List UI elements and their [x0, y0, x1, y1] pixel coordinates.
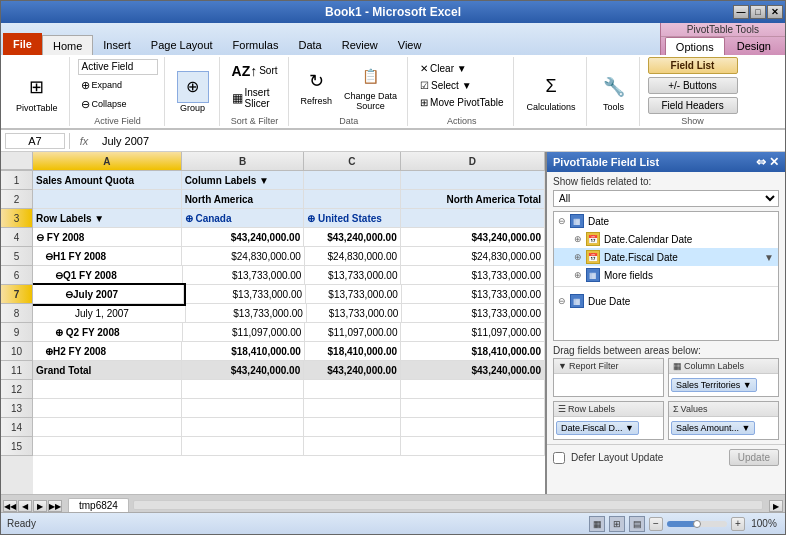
- sheet-nav-first[interactable]: ◀◀: [3, 500, 17, 512]
- sheet-tab-tmp6824[interactable]: tmp6824: [68, 498, 129, 512]
- cell-b5[interactable]: $24,830,000.00: [182, 247, 304, 266]
- cell-a8[interactable]: July 1, 2007: [33, 304, 186, 323]
- cell-d1[interactable]: [401, 171, 545, 190]
- cell-c2[interactable]: [304, 190, 401, 209]
- cell-d10[interactable]: $18,410,000.00: [401, 342, 545, 361]
- view-page-break-btn[interactable]: ▤: [629, 516, 645, 532]
- minimize-btn[interactable]: —: [733, 5, 749, 19]
- cell-b10[interactable]: $18,410,000.00: [182, 342, 304, 361]
- cell-a9[interactable]: ⊕ Q2 FY 2008: [33, 323, 183, 342]
- cell-c9[interactable]: $11,097,000.00: [305, 323, 401, 342]
- group-btn[interactable]: ⊕ Group: [173, 69, 213, 115]
- cell-a5[interactable]: ⊖H1 FY 2008: [33, 247, 182, 266]
- calculations-btn[interactable]: Σ Calculations: [522, 70, 579, 114]
- field-item-date[interactable]: ⊖ ▦ Date: [554, 212, 778, 230]
- cell-b1[interactable]: Column Labels ▼: [182, 171, 305, 190]
- sales-amount-chip[interactable]: Sales Amount... ▼: [671, 421, 755, 435]
- tab-design[interactable]: Design: [727, 37, 781, 55]
- cell-d5[interactable]: $24,830,000.00: [401, 247, 545, 266]
- sheet-nav-last[interactable]: ▶▶: [48, 500, 62, 512]
- tab-view[interactable]: View: [388, 35, 432, 55]
- sort-btn[interactable]: AZ↑ Sort: [228, 60, 282, 82]
- tab-formulas[interactable]: Formulas: [223, 35, 289, 55]
- cell-c5[interactable]: $24,830,000.00: [305, 247, 401, 266]
- tab-insert[interactable]: Insert: [93, 35, 141, 55]
- tab-home[interactable]: Home: [42, 35, 93, 55]
- cell-d9[interactable]: $11,097,000.00: [401, 323, 545, 342]
- tab-options[interactable]: Options: [665, 37, 725, 55]
- cell-a10[interactable]: ⊕H2 FY 2008: [33, 342, 182, 361]
- cell-d11[interactable]: $43,240,000.00: [401, 361, 545, 380]
- sales-territories-chip[interactable]: Sales Territories ▼: [671, 378, 757, 392]
- cell-c11[interactable]: $43,240,000.00: [304, 361, 401, 380]
- cell-d6[interactable]: $13,733,000.00: [401, 266, 545, 285]
- view-layout-btn[interactable]: ⊞: [609, 516, 625, 532]
- cell-a6[interactable]: ⊖Q1 FY 2008: [33, 266, 183, 285]
- cell-b11[interactable]: $43,240,000.00: [182, 361, 305, 380]
- tools-btn[interactable]: 🔧 Tools: [595, 70, 633, 114]
- field-headers-btn[interactable]: Field Headers: [648, 97, 738, 114]
- cell-a2[interactable]: [33, 190, 182, 209]
- field-item-due-date[interactable]: ⊖ ▦ Due Date: [554, 292, 778, 310]
- cell-b9[interactable]: $11,097,000.00: [183, 323, 305, 342]
- sheet-nav-next[interactable]: ▶: [33, 500, 47, 512]
- cell-c1[interactable]: [304, 171, 401, 190]
- sheet-nav-prev[interactable]: ◀: [18, 500, 32, 512]
- cell-c3[interactable]: ⊕ United States: [304, 209, 401, 228]
- view-normal-btn[interactable]: ▦: [589, 516, 605, 532]
- tab-page-layout[interactable]: Page Layout: [141, 35, 223, 55]
- update-btn[interactable]: Update: [729, 449, 779, 466]
- active-field-expand-btn[interactable]: ⊕Expand: [78, 77, 158, 94]
- refresh-btn[interactable]: ↻ Refresh: [297, 64, 337, 108]
- col-header-c[interactable]: C: [304, 152, 400, 170]
- cell-reference-box[interactable]: A7: [5, 133, 65, 149]
- scroll-bar-horizontal[interactable]: [133, 500, 763, 510]
- cell-c6[interactable]: $13,733,000.00: [305, 266, 401, 285]
- pivottable-btn[interactable]: ⊞ PivotTable: [11, 68, 63, 116]
- clear-btn[interactable]: ✕ Clear ▼: [416, 61, 507, 76]
- maximize-btn[interactable]: □: [750, 5, 766, 19]
- tab-review[interactable]: Review: [332, 35, 388, 55]
- cell-a11[interactable]: Grand Total: [33, 361, 182, 380]
- field-item-fiscal-date[interactable]: ⊕ 📅 Date.Fiscal Date ▼: [554, 248, 778, 266]
- scroll-right-btn[interactable]: ▶: [769, 500, 783, 512]
- plus-minus-buttons-btn[interactable]: +/- Buttons: [648, 77, 738, 94]
- move-pivot-btn[interactable]: ⊞ Move PivotTable: [416, 95, 507, 110]
- cell-c8[interactable]: $13,733,000.00: [307, 304, 402, 323]
- cell-d2[interactable]: North America Total: [401, 190, 545, 209]
- show-related-select[interactable]: All: [553, 190, 779, 207]
- cell-b8[interactable]: $13,733,000.00: [186, 304, 307, 323]
- tab-file[interactable]: File: [3, 33, 42, 55]
- field-item-more-fields[interactable]: ⊕ ▦ More fields: [554, 266, 778, 284]
- cell-d4[interactable]: $43,240,000.00: [401, 228, 545, 247]
- active-field-collapse-btn[interactable]: ⊖Collapse: [78, 96, 158, 113]
- cell-b6[interactable]: $13,733,000.00: [183, 266, 305, 285]
- date-fiscal-chip[interactable]: Date.Fiscal D... ▼: [556, 421, 639, 435]
- cell-d8[interactable]: $13,733,000.00: [402, 304, 545, 323]
- cell-a4[interactable]: ⊖ FY 2008: [33, 228, 182, 247]
- field-list-btn[interactable]: Field List: [648, 57, 738, 74]
- zoom-slider[interactable]: [667, 521, 727, 527]
- cell-a3[interactable]: Row Labels ▼: [33, 209, 182, 228]
- cell-b4[interactable]: $43,240,000.00: [182, 228, 305, 247]
- cell-c4[interactable]: $43,240,000.00: [304, 228, 401, 247]
- field-item-calendar-date[interactable]: ⊕ 📅 Date.Calendar Date: [554, 230, 778, 248]
- cell-c7[interactable]: $13,733,000.00: [306, 285, 402, 304]
- zoom-out-btn[interactable]: −: [649, 517, 663, 531]
- active-field-input[interactable]: Active Field: [78, 59, 158, 75]
- cell-a1[interactable]: Sales Amount Quota: [33, 171, 182, 190]
- cell-c10[interactable]: $18,410,000.00: [305, 342, 401, 361]
- formula-input[interactable]: July 2007: [98, 134, 781, 148]
- defer-checkbox[interactable]: [553, 452, 565, 464]
- pivot-panel-resize-icon[interactable]: ⇔: [756, 155, 766, 169]
- cell-d3[interactable]: [401, 209, 545, 228]
- cell-b7[interactable]: $13,733,000.00: [184, 285, 306, 304]
- cell-b2[interactable]: North America: [182, 190, 305, 209]
- tab-data[interactable]: Data: [288, 35, 331, 55]
- cell-d7[interactable]: $13,733,000.00: [402, 285, 545, 304]
- insert-slicer-btn[interactable]: ▦ InsertSlicer: [228, 84, 282, 112]
- pivot-panel-close-icon[interactable]: ✕: [769, 155, 779, 169]
- close-btn[interactable]: ✕: [767, 5, 783, 19]
- col-header-a[interactable]: A: [33, 152, 182, 170]
- select-btn[interactable]: ☑ Select ▼: [416, 78, 507, 93]
